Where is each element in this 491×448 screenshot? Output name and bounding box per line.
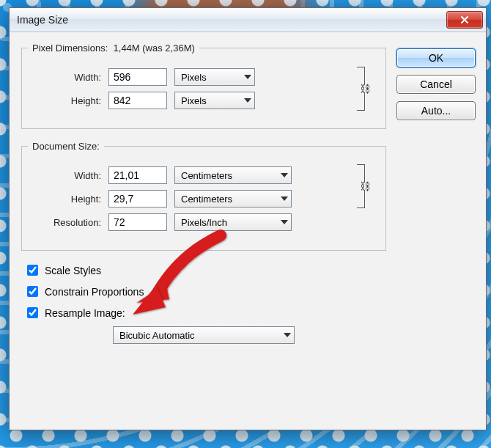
- scale-styles-checkbox[interactable]: [27, 265, 38, 276]
- chevron-down-icon: [284, 333, 291, 337]
- link-constraint-icon[interactable]: ⛓: [355, 161, 370, 211]
- pixel-height-input[interactable]: [108, 92, 167, 109]
- doc-height-unit-value: Centimeters: [181, 194, 232, 205]
- close-button[interactable]: [446, 11, 483, 29]
- chevron-down-icon: [244, 75, 251, 79]
- resolution-label: Resolution:: [28, 217, 101, 228]
- doc-height-label: Height:: [28, 194, 101, 205]
- doc-height-row: Height: Centimeters: [28, 190, 352, 208]
- resolution-unit-combo[interactable]: Pixels/Inch: [174, 213, 292, 231]
- pixel-width-label: Width:: [28, 72, 101, 83]
- pixel-link-column: ⛓: [352, 62, 374, 115]
- doc-link-column: ⛓: [352, 161, 374, 237]
- constrain-proportions-row: Constrain Proportions: [24, 284, 383, 299]
- resample-image-label: Resample Image:: [45, 307, 125, 319]
- resolution-row: Resolution: Pixels/Inch: [28, 213, 352, 231]
- pixel-height-unit-value: Pixels: [181, 95, 207, 106]
- constrain-proportions-checkbox[interactable]: [27, 286, 38, 297]
- pixel-dimensions-legend-prefix: Pixel Dimensions:: [32, 43, 114, 54]
- resolution-input[interactable]: [108, 213, 167, 231]
- pixel-width-unit-value: Pixels: [181, 72, 207, 83]
- image-size-dialog: Image Size Pixel Dimensions: 1,44M (was …: [9, 7, 487, 430]
- resolution-unit-value: Pixels/Inch: [181, 217, 227, 228]
- pixel-height-unit-combo[interactable]: Pixels: [174, 92, 255, 109]
- button-column: OK Cancel Auto...: [396, 43, 476, 419]
- chevron-down-icon: [281, 173, 288, 177]
- link-constraint-icon[interactable]: ⛓: [355, 64, 370, 114]
- resample-method-combo[interactable]: Bicubic Automatic: [113, 326, 295, 344]
- doc-width-input[interactable]: [108, 166, 167, 184]
- doc-width-row: Width: Centimeters: [28, 166, 352, 184]
- chevron-down-icon: [244, 98, 251, 103]
- ok-button[interactable]: OK: [396, 48, 476, 67]
- pixel-dimensions-summary: 1,44M (was 2,36M): [114, 43, 195, 54]
- chain-icon: ⛓: [360, 83, 370, 95]
- resample-image-row: Resample Image:: [24, 305, 383, 320]
- form-column: Pixel Dimensions: 1,44M (was 2,36M) Widt…: [21, 43, 386, 419]
- window-title: Image Size: [17, 14, 446, 26]
- chevron-down-icon: [281, 197, 288, 201]
- doc-height-unit-combo[interactable]: Centimeters: [174, 190, 292, 208]
- resample-method-value: Bicubic Automatic: [119, 330, 195, 341]
- dialog-body: Pixel Dimensions: 1,44M (was 2,36M) Widt…: [10, 32, 486, 430]
- cancel-button[interactable]: Cancel: [396, 75, 476, 94]
- close-icon: [460, 15, 469, 24]
- pixel-width-row: Width: Pixels: [28, 68, 352, 86]
- doc-width-unit-value: Centimeters: [181, 170, 232, 181]
- document-size-legend: Document Size:: [28, 141, 104, 152]
- doc-width-unit-combo[interactable]: Centimeters: [174, 166, 292, 184]
- pixel-dimensions-legend: Pixel Dimensions: 1,44M (was 2,36M): [28, 43, 199, 54]
- resample-image-checkbox[interactable]: [27, 307, 38, 318]
- resample-method-row: Bicubic Automatic: [21, 326, 386, 344]
- titlebar: Image Size: [10, 8, 486, 32]
- chain-icon: ⛓: [360, 180, 370, 192]
- pixel-height-row: Height: Pixels: [28, 92, 352, 109]
- doc-height-input[interactable]: [108, 190, 167, 208]
- pixel-width-unit-combo[interactable]: Pixels: [174, 68, 255, 86]
- pixel-width-input[interactable]: [108, 68, 167, 86]
- pixel-height-label: Height:: [28, 95, 101, 106]
- pixel-dimensions-group: Pixel Dimensions: 1,44M (was 2,36M) Widt…: [21, 43, 386, 129]
- chevron-down-icon: [281, 220, 288, 224]
- scale-styles-label: Scale Styles: [45, 265, 101, 276]
- constrain-proportions-label: Constrain Proportions: [45, 286, 144, 298]
- doc-width-label: Width:: [28, 170, 101, 181]
- scale-styles-row: Scale Styles: [24, 262, 383, 278]
- document-size-group: Document Size: Width: Centimeters: [21, 141, 386, 251]
- auto-button[interactable]: Auto...: [396, 101, 476, 120]
